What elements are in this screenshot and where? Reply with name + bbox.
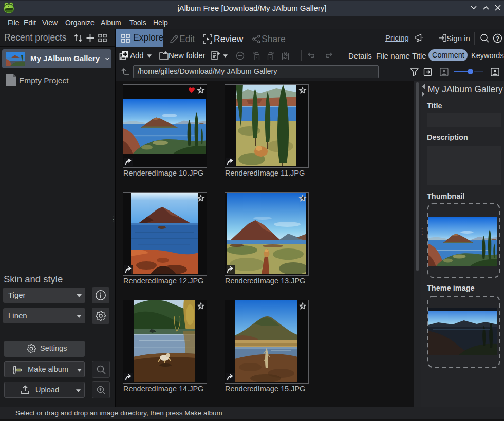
svg-text:?: ? [496,35,499,42]
